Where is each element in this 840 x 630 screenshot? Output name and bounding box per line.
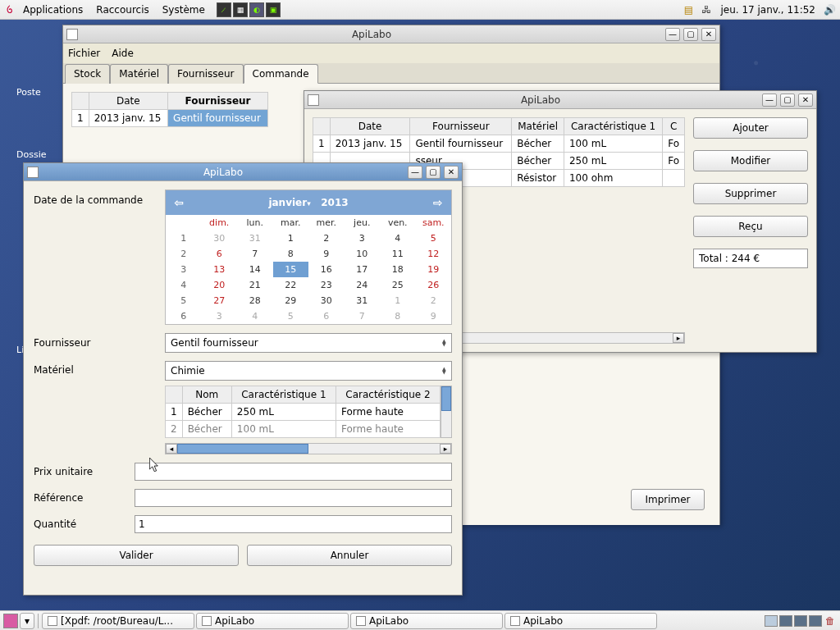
fournisseur-select[interactable]: Gentil fournisseur [165, 333, 452, 353]
prix-input[interactable] [135, 463, 452, 481]
workspace-2[interactable] [779, 615, 792, 627]
minimize-button[interactable]: — [762, 94, 777, 107]
vscrollbar[interactable] [441, 386, 452, 438]
titlebar[interactable]: ApiLabo — ▢ ✕ [304, 91, 816, 109]
system-monitor-icon[interactable]: ⟋ [217, 2, 231, 17]
titlebar[interactable]: ApiLabo — ▢ ✕ [63, 25, 719, 43]
window-title: ApiLabo [42, 167, 404, 178]
task-xpdf[interactable]: [Xpdf: /root/Bureau/L... [42, 613, 194, 629]
workspace-3[interactable] [794, 615, 807, 627]
minimize-button[interactable]: — [408, 166, 422, 179]
notes-icon[interactable]: ▤ [681, 2, 696, 17]
table-row[interactable]: 2 Bécher 100 mL Forme haute [166, 421, 441, 438]
table-row[interactable]: 1 Bécher 250 mL Forme haute [166, 404, 441, 421]
desktop-icon-label: Dossie [16, 149, 47, 160]
col-fournisseur[interactable]: Fournisseur [168, 93, 268, 110]
mouse-cursor-icon [149, 458, 161, 474]
fournisseur-label: Fournisseur [34, 337, 157, 349]
reference-label: Référence [34, 492, 126, 504]
task-apilabo-2[interactable]: ApiLabo [350, 613, 503, 629]
menu-shortcuts[interactable]: Raccourcis [89, 4, 155, 16]
quantity-label: Quantité [34, 518, 126, 530]
reference-input[interactable] [135, 489, 452, 507]
window-title: ApiLabo [81, 29, 662, 40]
workspace-4[interactable] [809, 615, 822, 627]
top-panel: Applications Raccourcis Système ⟋ ▦ ◐ ▣ … [0, 0, 840, 20]
app-icon [27, 167, 39, 178]
network-icon[interactable]: 🖧 [699, 2, 714, 17]
materiel-table: Nom Caractéristique 1 Caractéristique 2 … [165, 386, 441, 438]
received-button[interactable]: Reçu [693, 216, 808, 237]
modify-button[interactable]: Modifier [693, 150, 808, 171]
window-apilabo-order: ApiLabo — ▢ ✕ Date de la commande ⇦ janv… [23, 162, 463, 596]
trash-icon[interactable]: 🗑 [824, 615, 837, 627]
quantity-input[interactable] [135, 515, 452, 533]
bottom-panel: ▾ [Xpdf: /root/Bureau/L... ApiLabo ApiLa… [0, 610, 840, 630]
cal-prev-button[interactable]: ⇦ [171, 194, 187, 211]
cal-next-button[interactable]: ⇨ [430, 194, 446, 211]
desktop-icon-label: Poste [16, 87, 41, 98]
menubar: Fichier Aide [63, 43, 719, 63]
total-label: Total : 244 € [693, 249, 808, 268]
calculator-icon[interactable]: ▦ [233, 2, 248, 17]
workspace-1[interactable] [765, 615, 778, 627]
app-icon [308, 94, 319, 106]
task-apilabo-3[interactable]: ApiLabo [504, 613, 657, 629]
add-button[interactable]: Ajouter [693, 117, 808, 139]
tab-bar: Stock Matériel Fournisseur Commande [63, 63, 719, 84]
debian-logo-icon[interactable] [3, 3, 16, 16]
hscrollbar[interactable]: ◂▸ [165, 443, 452, 454]
table-row[interactable]: 1 2013 janv. 15 Gentil fournisseur Béche… [313, 135, 685, 153]
date-label: Date de la commande [34, 189, 157, 325]
tab-commande[interactable]: Commande [244, 64, 318, 84]
cancel-button[interactable]: Annuler [247, 545, 452, 566]
globe-icon[interactable]: ◐ [249, 2, 264, 17]
volume-icon[interactable]: 🔊 [822, 2, 837, 17]
maximize-button[interactable]: ▢ [683, 28, 698, 41]
col-date[interactable]: Date [89, 93, 167, 110]
menu-system[interactable]: Système [156, 4, 212, 16]
tab-materiel[interactable]: Matériel [110, 64, 168, 84]
terminal-icon[interactable]: ▣ [266, 2, 281, 17]
menu-help[interactable]: Aide [112, 48, 134, 59]
table-row[interactable]: 1 2013 janv. 15 Gentil fournisseur [72, 110, 268, 127]
app-icon [66, 29, 78, 40]
close-button[interactable]: ✕ [798, 94, 813, 107]
prix-label: Prix unitaire [34, 466, 126, 477]
materiel-label: Matériel [34, 361, 157, 454]
minimize-button[interactable]: — [665, 28, 680, 41]
delete-button[interactable]: Supprimer [693, 183, 808, 204]
tab-stock[interactable]: Stock [65, 64, 110, 84]
tab-fournisseur[interactable]: Fournisseur [168, 64, 244, 84]
menu-applications[interactable]: Applications [16, 4, 89, 16]
validate-button[interactable]: Valider [34, 545, 239, 566]
close-button[interactable]: ✕ [701, 28, 716, 41]
clock[interactable]: jeu. 17 janv., 11:52 [717, 4, 819, 16]
materiel-select[interactable]: Chimie [165, 361, 452, 381]
print-button[interactable]: Imprimer [631, 489, 705, 510]
maximize-button[interactable]: ▢ [780, 94, 795, 107]
menu-file[interactable]: Fichier [68, 48, 100, 59]
cal-day-selected[interactable]: 15 [273, 262, 309, 277]
calendar: ⇦ janvier▾ 2013 ⇨ dim. lun. mar. mer. je… [165, 189, 452, 325]
close-button[interactable]: ✕ [444, 166, 459, 179]
maximize-button[interactable]: ▢ [426, 166, 441, 179]
window-list-button[interactable]: ▾ [20, 613, 34, 629]
show-desktop-icon[interactable] [3, 614, 18, 628]
window-title: ApiLabo [322, 94, 759, 106]
col-num[interactable] [72, 93, 89, 110]
titlebar[interactable]: ApiLabo — ▢ ✕ [24, 163, 462, 181]
task-apilabo-1[interactable]: ApiLabo [196, 613, 349, 629]
commande-table: Date Fournisseur 1 2013 janv. 15 Gentil … [71, 92, 268, 127]
